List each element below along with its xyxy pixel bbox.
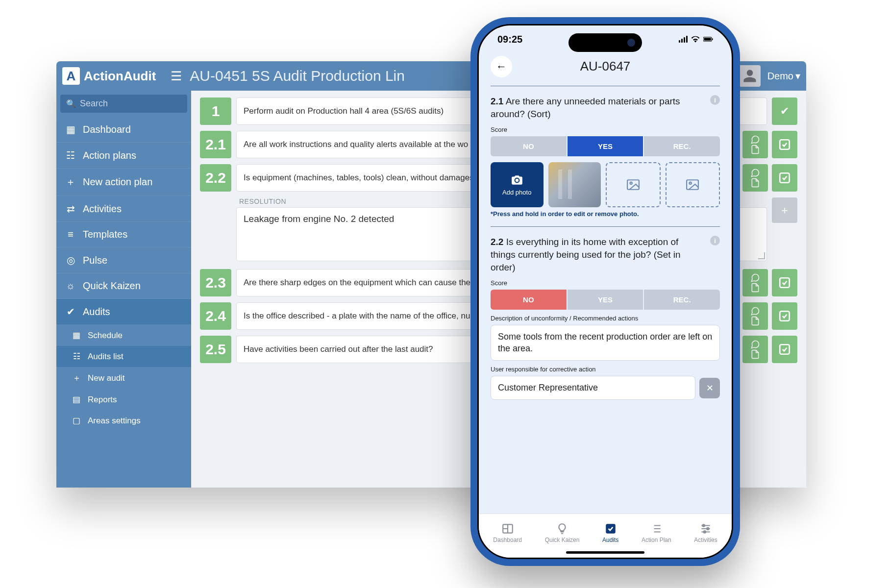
comment-attach-button[interactable]: [742, 336, 768, 363]
score-group: NO YES REC.: [491, 290, 720, 310]
score-no-button[interactable]: NO: [491, 136, 567, 156]
score-no-button[interactable]: NO: [491, 290, 567, 310]
back-button[interactable]: ←: [491, 56, 512, 77]
plus-icon: ＋: [71, 372, 82, 384]
tab-action-plan[interactable]: Action Plan: [642, 522, 671, 543]
sidebar-sub-audits-list[interactable]: ☷Audits list: [56, 346, 191, 367]
plus-icon: ＋: [65, 175, 76, 189]
comment-attach-button[interactable]: [742, 164, 768, 192]
image-icon: [627, 179, 640, 190]
user-menu[interactable]: Demo ▾: [767, 70, 800, 82]
sidebar-item-pulse[interactable]: ◎Pulse: [56, 247, 191, 273]
description-label: Description of unconformity / Recommende…: [491, 315, 720, 322]
sidebar-item-audits[interactable]: ✔Audits: [56, 299, 191, 325]
nav-label: Pulse: [83, 255, 107, 266]
tab-label: Audits: [602, 537, 618, 543]
add-photo-button[interactable]: Add photo: [491, 162, 543, 207]
list-icon: ☷: [65, 149, 76, 161]
photo-placeholder[interactable]: [666, 162, 720, 207]
sidebar-sub-areas-settings[interactable]: ▢Areas settings: [56, 410, 191, 431]
question-block: 2.2 Is everything in its home with excep…: [491, 236, 720, 400]
score-label: Score: [491, 279, 720, 287]
tab-label: Action Plan: [642, 537, 671, 543]
wifi-icon: [691, 36, 700, 43]
svg-point-16: [704, 531, 706, 533]
phone-page-title: AU-0647: [580, 59, 631, 74]
sidebar-sub-schedule[interactable]: ▦Schedule: [56, 325, 191, 346]
tab-dashboard[interactable]: Dashboard: [493, 522, 522, 543]
check-square-button[interactable]: [772, 164, 797, 192]
check-square-button[interactable]: [772, 302, 797, 330]
sidebar-item-activities[interactable]: ⇄Activities: [56, 196, 191, 222]
score-yes-button[interactable]: YES: [567, 290, 643, 310]
comment-attach-button[interactable]: [742, 269, 768, 296]
comment-attach-button[interactable]: [742, 131, 768, 158]
sidebar-search[interactable]: 🔍: [60, 95, 187, 113]
score-yes-button[interactable]: YES: [567, 136, 643, 156]
info-icon[interactable]: i: [710, 95, 720, 105]
photo-placeholder[interactable]: [606, 162, 661, 207]
calendar-icon: ▦: [65, 123, 76, 135]
sidebar-sub-reports[interactable]: ▤Reports: [56, 389, 191, 410]
tab-quick-kaizen[interactable]: Quick Kaizen: [545, 522, 580, 543]
sidebar-sub-new-audit[interactable]: ＋New audit: [56, 367, 191, 389]
tab-label: Quick Kaizen: [545, 537, 580, 543]
nav-label: Reports: [88, 395, 117, 405]
mark-done-button[interactable]: ✔: [772, 98, 797, 125]
svg-point-9: [630, 182, 632, 184]
check-icon: ✔: [65, 306, 76, 318]
user-label: Demo: [767, 71, 793, 82]
dynamic-island: [568, 33, 642, 52]
home-indicator: [566, 551, 644, 554]
add-resolution-button[interactable]: ＋: [772, 197, 797, 223]
grid-icon: ▤: [71, 394, 82, 405]
avatar[interactable]: [739, 65, 761, 87]
audit-row-number: 2.1: [200, 131, 231, 158]
nav-label: New action plan: [83, 176, 152, 188]
photo-thumbnail[interactable]: [548, 162, 601, 207]
sidebar-item-new-action-plan[interactable]: ＋New action plan: [56, 169, 191, 196]
check-square-button[interactable]: [772, 269, 797, 296]
audit-row-number: 2.4: [200, 302, 231, 330]
sidebar-item-templates[interactable]: ≡Templates: [56, 222, 191, 247]
svg-point-15: [707, 528, 709, 530]
comment-attach-button[interactable]: [742, 302, 768, 330]
clear-user-button[interactable]: ✕: [699, 378, 720, 398]
logo-mark: A: [62, 67, 80, 85]
nav-label: New audit: [88, 373, 125, 383]
list-icon: [650, 522, 663, 535]
tab-audits[interactable]: Audits: [602, 522, 618, 543]
check-square-button[interactable]: [772, 131, 797, 158]
score-label: Score: [491, 126, 720, 133]
phone-device: 09:25 ← AU-0647 2.1 Are there any unneed…: [470, 17, 740, 566]
audit-row-number: 1: [200, 98, 231, 125]
user-responsible-field[interactable]: Customer Representative: [491, 376, 695, 400]
nav-label: Audits: [83, 306, 110, 318]
description-field[interactable]: Some tools from the recent production or…: [491, 325, 720, 361]
sidebar-item-dashboard[interactable]: ▦Dashboard: [56, 117, 191, 143]
audit-row-number: 2.2: [200, 164, 231, 192]
status-time: 09:25: [497, 34, 522, 45]
search-input[interactable]: [80, 98, 194, 109]
info-icon[interactable]: i: [710, 236, 720, 245]
tab-activities[interactable]: Activities: [694, 522, 717, 543]
menu-toggle-icon[interactable]: ☰: [171, 69, 182, 84]
cellular-icon: [679, 36, 688, 43]
score-group: NO YES REC.: [491, 136, 720, 156]
phone-screen: 09:25 ← AU-0647 2.1 Are there any unneed…: [477, 24, 733, 559]
score-rec-button[interactable]: REC.: [643, 290, 720, 310]
svg-point-11: [690, 182, 691, 184]
battery-icon: [703, 36, 713, 43]
sidebar-item-quick-kaizen[interactable]: ☼Quick Kaizen: [56, 273, 191, 299]
question-block: 2.1 Are there any unneeded materials or …: [491, 95, 720, 218]
sidebar-item-action-plans[interactable]: ☷Action plans: [56, 143, 191, 169]
camera-icon: [511, 174, 523, 187]
photo-hint: *Press and hold in order to edit or remo…: [491, 210, 720, 218]
check-square-button[interactable]: [772, 336, 797, 363]
page-title: AU-0451 5S Audit Production Lin: [190, 68, 405, 84]
search-icon: 🔍: [66, 99, 76, 108]
brand-name: ActionAudit: [84, 69, 156, 84]
nav-label: Action plans: [83, 150, 136, 161]
score-rec-button[interactable]: REC.: [643, 136, 720, 156]
question-text: 2.2 Is everything in its home with excep…: [491, 236, 705, 273]
